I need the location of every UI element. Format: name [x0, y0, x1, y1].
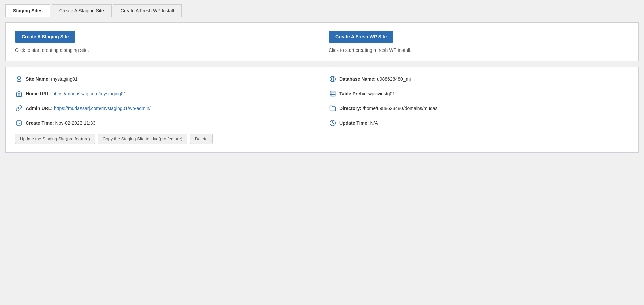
create-fresh-description: Click to start creating a fresh WP insta…	[329, 47, 629, 53]
folder-icon	[329, 104, 337, 112]
action-card: Create A Staging Site Click to start cre…	[5, 22, 639, 61]
staging-info-card: Site Name: mystaging01 Home URL: https:/…	[5, 67, 639, 152]
info-row: Site Name: mystaging01 Home URL: https:/…	[15, 75, 629, 144]
svg-point-0	[17, 76, 21, 80]
info-col-left: Site Name: mystaging01 Home URL: https:/…	[15, 75, 315, 144]
site-name-label: Site Name:	[26, 76, 50, 82]
tab-create-fresh-label: Create A Fresh WP Install	[121, 8, 174, 13]
home-url-item: Home URL: https://mudassarj.com/mystagin…	[15, 90, 315, 98]
update-time-item: Update Time: N/A	[329, 119, 629, 127]
table-icon	[329, 90, 337, 98]
action-card-left: Create A Staging Site Click to start cre…	[15, 31, 315, 53]
action-card-right: Create A Fresh WP Site Click to start cr…	[329, 31, 629, 53]
directory-value: /home/u988628480/domains/mudas	[363, 106, 437, 111]
table-prefix-value: wpvividstg01_	[368, 91, 398, 96]
globe-icon	[329, 75, 337, 83]
db-name-label: Database Name:	[339, 76, 376, 82]
site-name-value: mystaging01	[51, 76, 77, 82]
tab-staging-sites[interactable]: Staging Sites	[5, 4, 50, 17]
tab-create-staging[interactable]: Create A Staging Site	[52, 4, 112, 17]
db-name-item: Database Name: u988628480_mj	[329, 75, 629, 83]
home-url-link[interactable]: https://mudassarj.com/mystaging01	[52, 91, 126, 96]
create-staging-description: Click to start creating a staging site.	[15, 47, 315, 53]
svg-rect-4	[330, 91, 335, 96]
table-prefix-label: Table Prefix:	[339, 91, 367, 96]
action-card-row: Create A Staging Site Click to start cre…	[15, 31, 629, 53]
admin-url-item: Admin URL: https://mudassarj.com/mystagi…	[15, 104, 315, 112]
update-time-value: N/A	[370, 120, 378, 126]
create-time-label: Create Time:	[26, 120, 54, 126]
main-content: Create A Staging Site Click to start cre…	[0, 17, 644, 158]
create-fresh-wp-button[interactable]: Create A Fresh WP Site	[329, 31, 393, 43]
tab-create-staging-label: Create A Staging Site	[59, 8, 104, 13]
table-prefix-item: Table Prefix: wpvividstg01_	[329, 90, 629, 98]
delete-staging-button[interactable]: Delete	[190, 134, 213, 144]
directory-item: Directory: /home/u988628480/domains/muda…	[329, 104, 629, 112]
tab-create-fresh[interactable]: Create A Fresh WP Install	[113, 4, 182, 17]
update-time-icon	[329, 119, 337, 127]
home-icon	[15, 90, 23, 98]
action-buttons: Update the Staging Site(pro feature) Cop…	[15, 134, 315, 144]
copy-staging-button[interactable]: Copy the Staging Site to Live(pro featur…	[98, 134, 187, 144]
update-staging-button[interactable]: Update the Staging Site(pro feature)	[15, 134, 95, 144]
create-time-value: Nov-02-2023 11:33	[55, 120, 96, 126]
info-col-right: Database Name: u988628480_mj Table Prefi…	[329, 75, 629, 144]
admin-url-label: Admin URL:	[26, 106, 53, 111]
admin-url-icon	[15, 104, 23, 112]
create-staging-button[interactable]: Create A Staging Site	[15, 31, 75, 43]
tab-staging-sites-label: Staging Sites	[13, 8, 43, 13]
db-name-value: u988628480_mj	[377, 76, 411, 82]
admin-url-link[interactable]: https://mudassarj.com/mystaging01/wp-adm…	[54, 106, 151, 111]
directory-label: Directory:	[339, 106, 361, 111]
update-time-label: Update Time:	[339, 120, 369, 126]
create-time-icon	[15, 119, 23, 127]
tabs-bar: Staging Sites Create A Staging Site Crea…	[0, 0, 644, 17]
create-time-item: Create Time: Nov-02-2023 11:33	[15, 119, 315, 127]
site-name-item: Site Name: mystaging01	[15, 75, 315, 83]
award-icon	[15, 75, 23, 83]
home-url-label: Home URL:	[26, 91, 51, 96]
